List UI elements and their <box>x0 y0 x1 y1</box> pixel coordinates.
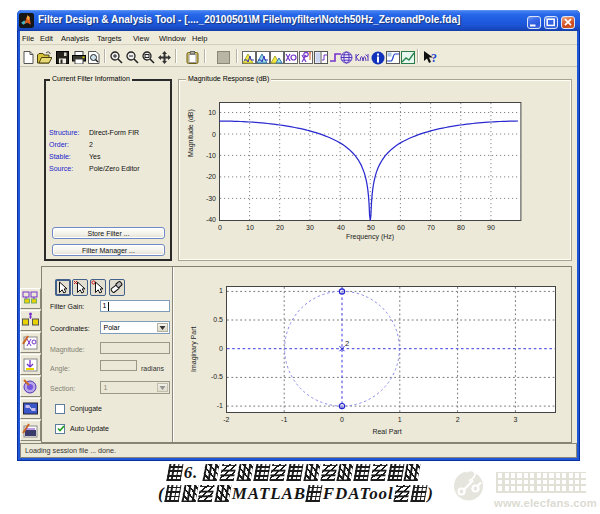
svg-text:2: 2 <box>345 339 349 348</box>
svg-text:?: ? <box>431 51 437 65</box>
